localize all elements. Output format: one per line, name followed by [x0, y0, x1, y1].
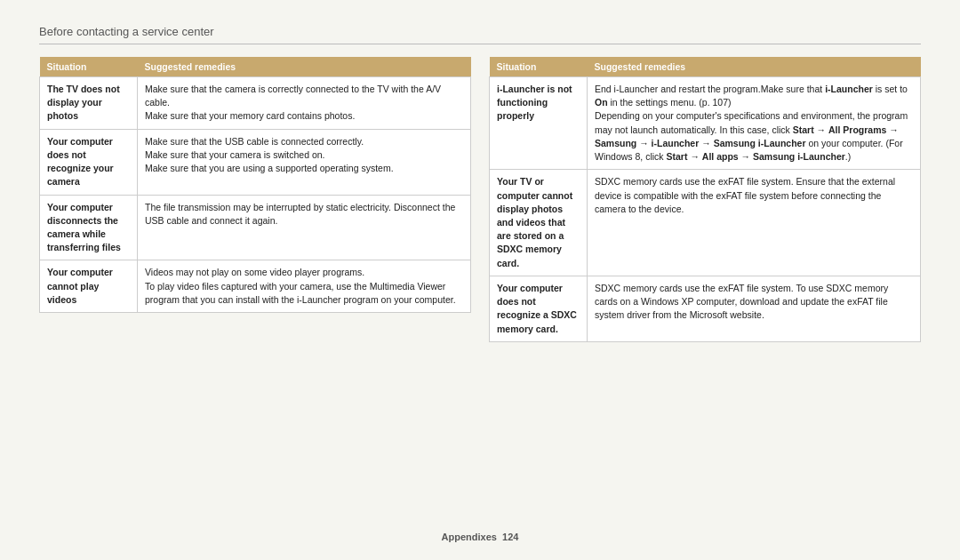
situation-cell: The TV does not display your photos	[40, 77, 138, 130]
table-row: Your computer does not recognize your ca…	[40, 129, 471, 195]
left-table-wrap: Situation Suggested remedies The TV does…	[39, 57, 471, 342]
table-row: i-Launcher is not functioning properlyEn…	[490, 77, 921, 170]
remedies-cell: Make sure that the camera is correctly c…	[138, 77, 471, 130]
remedies-cell: The file transmission may be interrupted…	[138, 195, 471, 260]
right-table-wrap: Situation Suggested remedies i-Launcher …	[489, 57, 921, 342]
table-row: Your computer cannot play videosVideos m…	[40, 260, 471, 313]
tables-container: Situation Suggested remedies The TV does…	[39, 57, 921, 342]
situation-cell: i-Launcher is not functioning properly	[490, 77, 588, 170]
right-col1-header: Situation	[490, 57, 588, 77]
situation-cell: Your computer cannot play videos	[40, 260, 138, 313]
table-row: Your computer does not recognize a SDXC …	[490, 276, 921, 341]
table-row: Your computer disconnects the camera whi…	[40, 195, 471, 260]
left-col2-header: Suggested remedies	[138, 57, 471, 77]
situation-cell: Your TV or computer cannot display photo…	[490, 170, 588, 276]
page-title: Before contacting a service center	[39, 25, 921, 44]
right-col2-header: Suggested remedies	[588, 57, 921, 77]
remedies-cell: Make sure that the USB cable is connecte…	[138, 129, 471, 195]
situation-cell: Your computer disconnects the camera whi…	[40, 195, 138, 260]
remedies-cell: SDXC memory cards use the exFAT file sys…	[588, 170, 921, 276]
table-row: Your TV or computer cannot display photo…	[490, 170, 921, 276]
remedies-cell: End i-Launcher and restart the program.M…	[588, 77, 921, 170]
footer: Appendixes 124	[39, 523, 921, 542]
table-row: The TV does not display your photosMake …	[40, 77, 471, 130]
remedies-cell: SDXC memory cards use the exFAT file sys…	[588, 276, 921, 341]
right-table: Situation Suggested remedies i-Launcher …	[489, 57, 921, 342]
footer-page: 124	[502, 532, 518, 542]
situation-cell: Your computer does not recognize your ca…	[40, 129, 138, 195]
remedies-cell: Videos may not play on some video player…	[138, 260, 471, 313]
situation-cell: Your computer does not recognize a SDXC …	[490, 276, 588, 341]
left-col1-header: Situation	[40, 57, 138, 77]
left-table: Situation Suggested remedies The TV does…	[39, 57, 471, 313]
footer-label: Appendixes	[442, 532, 497, 542]
